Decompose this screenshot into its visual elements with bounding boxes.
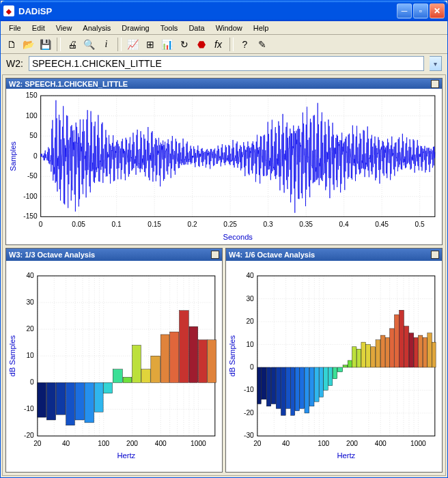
svg-rect-165 bbox=[376, 340, 380, 367]
edit-icon[interactable]: ✎ bbox=[254, 36, 270, 52]
svg-rect-152 bbox=[314, 367, 319, 402]
panel-w2-maximize[interactable] bbox=[431, 80, 439, 88]
svg-text:0: 0 bbox=[30, 378, 34, 386]
svg-rect-89 bbox=[141, 369, 150, 383]
svg-text:40: 40 bbox=[26, 272, 34, 279]
waveform-plot: 00.050.10.150.20.250.30.350.40.450.5-150… bbox=[6, 89, 442, 244]
svg-text:30: 30 bbox=[246, 295, 254, 303]
svg-text:-50: -50 bbox=[27, 172, 38, 180]
svg-rect-93 bbox=[180, 311, 189, 383]
svg-text:-20: -20 bbox=[24, 432, 34, 439]
svg-text:400: 400 bbox=[155, 440, 167, 447]
svg-text:20: 20 bbox=[26, 325, 34, 333]
menu-view[interactable]: View bbox=[51, 23, 78, 33]
titlebar[interactable]: ◆ DADiSP ─ ▫ ✕ bbox=[1, 1, 447, 21]
svg-text:0: 0 bbox=[33, 152, 38, 160]
svg-rect-143 bbox=[271, 367, 276, 404]
menu-data[interactable]: Data bbox=[183, 23, 210, 33]
panel-w3-maximize[interactable] bbox=[211, 251, 219, 259]
plot-icon[interactable]: 📈 bbox=[125, 36, 141, 52]
svg-rect-83 bbox=[85, 382, 94, 423]
svg-rect-172 bbox=[409, 333, 414, 367]
panel-w3-header[interactable]: W3: 1/3 Octave Analysis bbox=[6, 249, 222, 261]
menu-window[interactable]: Window bbox=[210, 23, 248, 33]
svg-rect-81 bbox=[66, 382, 75, 425]
info-icon[interactable]: i bbox=[98, 36, 114, 52]
close-button[interactable]: ✕ bbox=[430, 3, 445, 18]
svg-rect-166 bbox=[380, 335, 385, 367]
svg-text:20: 20 bbox=[33, 440, 42, 447]
svg-rect-154 bbox=[324, 367, 328, 390]
svg-rect-161 bbox=[356, 349, 361, 367]
minimize-button[interactable]: ─ bbox=[397, 3, 412, 18]
svg-rect-168 bbox=[390, 328, 394, 367]
menu-tools[interactable]: Tools bbox=[155, 23, 184, 33]
svg-text:50: 50 bbox=[29, 132, 38, 139]
panel-w2-header[interactable]: W2: SPEECH.1.CHICKEN_LITTLE bbox=[6, 79, 442, 89]
chart-icon[interactable]: 📊 bbox=[159, 36, 175, 52]
svg-rect-171 bbox=[404, 326, 409, 367]
svg-text:400: 400 bbox=[375, 440, 387, 447]
menu-drawing[interactable]: Drawing bbox=[116, 23, 154, 33]
stop-icon[interactable]: ⬣ bbox=[193, 36, 209, 52]
save-icon[interactable]: 💾 bbox=[38, 36, 53, 52]
menu-edit[interactable]: Edit bbox=[27, 23, 51, 33]
panel-w4-header[interactable]: W4: 1/6 Octave Analysis bbox=[226, 249, 442, 261]
svg-rect-151 bbox=[309, 367, 314, 406]
help-icon[interactable]: ? bbox=[237, 36, 253, 52]
menu-file[interactable]: File bbox=[3, 23, 27, 33]
svg-text:Hertz: Hertz bbox=[337, 451, 355, 460]
new-icon[interactable]: 🗋 bbox=[3, 36, 19, 52]
svg-rect-157 bbox=[337, 367, 343, 372]
panel-w2[interactable]: W2: SPEECH.1.CHICKEN_LITTLE 00.050.10.15… bbox=[5, 78, 443, 245]
formula-dropdown[interactable]: ▾ bbox=[430, 56, 442, 71]
menu-analysis[interactable]: Analysis bbox=[77, 23, 116, 33]
refresh-icon[interactable]: ↻ bbox=[176, 36, 192, 52]
toolbar: 🗋 📂 💾 🖨 🔍 i 📈 ⊞ 📊 ↻ ⬣ fx ? ✎ bbox=[1, 35, 447, 54]
svg-rect-169 bbox=[394, 315, 399, 367]
svg-rect-149 bbox=[300, 367, 305, 408]
svg-text:dB Samples: dB Samples bbox=[228, 335, 236, 377]
print-icon[interactable]: 🖨 bbox=[64, 36, 80, 52]
svg-rect-174 bbox=[418, 335, 422, 367]
menu-help[interactable]: Help bbox=[248, 23, 275, 33]
svg-rect-94 bbox=[189, 326, 198, 382]
panel-w3[interactable]: W3: 1/3 Octave Analysis -20-100102030402… bbox=[5, 248, 223, 473]
formula-input[interactable]: SPEECH.1.CHICKEN_LITTLE bbox=[29, 56, 424, 71]
svg-rect-79 bbox=[46, 382, 55, 420]
preview-icon[interactable]: 🔍 bbox=[81, 36, 97, 52]
svg-rect-148 bbox=[295, 367, 299, 411]
app-icon: ◆ bbox=[3, 5, 14, 16]
svg-rect-159 bbox=[348, 361, 352, 367]
svg-text:20: 20 bbox=[253, 440, 262, 447]
svg-text:150: 150 bbox=[26, 92, 38, 99]
svg-text:-20: -20 bbox=[244, 409, 254, 417]
svg-text:-100: -100 bbox=[23, 193, 38, 200]
open-icon[interactable]: 📂 bbox=[20, 36, 36, 52]
app-title: DADiSP bbox=[18, 6, 52, 16]
panel-w4-maximize[interactable] bbox=[431, 251, 439, 259]
svg-rect-144 bbox=[276, 367, 281, 408]
maximize-button[interactable]: ▫ bbox=[413, 3, 428, 18]
svg-rect-80 bbox=[56, 382, 66, 414]
svg-text:dB Samples: dB Samples bbox=[8, 335, 16, 377]
svg-rect-173 bbox=[414, 337, 418, 367]
svg-text:Seconds: Seconds bbox=[223, 233, 253, 241]
svg-text:Samples: Samples bbox=[9, 141, 17, 171]
grid-icon[interactable]: ⊞ bbox=[142, 36, 158, 52]
octave-sixth-plot: -30-20-1001020304020401002004001000Hertz… bbox=[226, 261, 442, 472]
panel-w4[interactable]: W4: 1/6 Octave Analysis -30-20-100102030… bbox=[225, 248, 443, 473]
svg-text:0.05: 0.05 bbox=[72, 221, 85, 228]
svg-text:0.5: 0.5 bbox=[415, 221, 425, 228]
svg-text:200: 200 bbox=[126, 440, 138, 447]
svg-text:100: 100 bbox=[26, 112, 38, 120]
svg-text:0.45: 0.45 bbox=[375, 221, 389, 228]
fx-icon[interactable]: fx bbox=[210, 36, 226, 52]
svg-rect-92 bbox=[170, 332, 179, 382]
svg-text:10: 10 bbox=[246, 341, 254, 348]
svg-rect-153 bbox=[319, 367, 323, 397]
svg-rect-146 bbox=[286, 367, 291, 408]
svg-rect-90 bbox=[151, 356, 160, 382]
svg-text:-10: -10 bbox=[24, 405, 34, 412]
svg-rect-84 bbox=[94, 382, 103, 412]
